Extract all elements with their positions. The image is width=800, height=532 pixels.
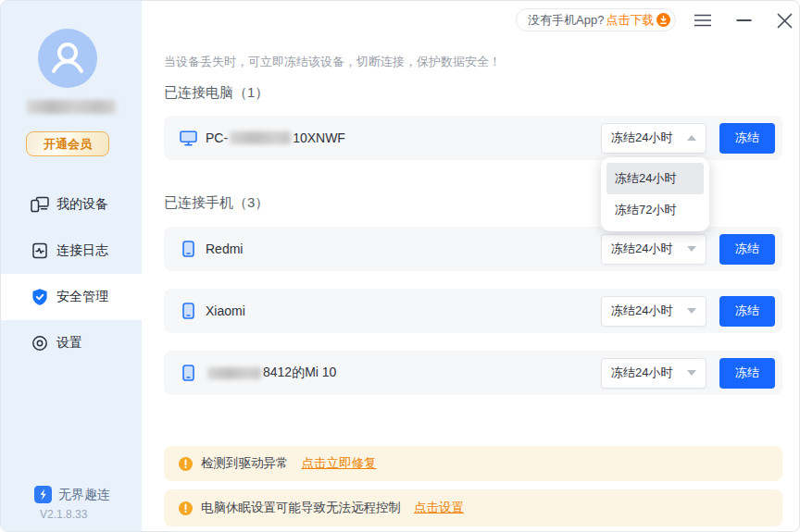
- phone-icon: [179, 365, 197, 381]
- freeze-duration-select[interactable]: 冻结24小时: [601, 123, 706, 154]
- device-name-redacted: [207, 367, 261, 379]
- download-prompt-text: 没有手机App?: [528, 12, 604, 29]
- device-name-redacted: [230, 131, 291, 144]
- device-name: 8412的Mi 10: [206, 365, 336, 381]
- user-icon: [38, 29, 97, 88]
- phone-icon: [179, 303, 197, 319]
- devices-icon: [31, 195, 49, 214]
- freeze-duration-dropdown: 冻结24小时 冻结72小时: [601, 157, 709, 231]
- window-menu-button[interactable]: [692, 10, 714, 31]
- close-icon: [777, 13, 793, 29]
- device-name-suffix: 8412的Mi 10: [263, 365, 336, 381]
- warning-driver: 检测到驱动异常 点击立即修复: [164, 446, 782, 481]
- freeze-duration-value: 冻结24小时: [611, 303, 672, 319]
- brand: 无界趣连: [34, 486, 110, 503]
- app-logo-icon: [34, 486, 52, 503]
- app-version: V2.1.8.33: [40, 508, 87, 521]
- brand-name: 无界趣连: [58, 487, 110, 503]
- chevron-down-icon: [687, 308, 696, 314]
- chevron-down-icon: [687, 370, 696, 376]
- device-row-xiaomi: Xiaomi 冻结24小时 冻结: [164, 289, 782, 333]
- avatar: [38, 29, 97, 88]
- device-name: Xiaomi: [206, 303, 245, 318]
- device-name-prefix: PC-: [206, 130, 228, 145]
- fix-driver-link[interactable]: 点击立即修复: [302, 455, 377, 472]
- freeze-duration-value: 冻结24小时: [611, 241, 672, 257]
- device-name: PC- 10XNWF: [206, 130, 345, 145]
- freeze-button[interactable]: 冻结: [719, 234, 775, 265]
- menu-icon: [694, 13, 712, 28]
- sidebar-item-label: 我的设备: [56, 196, 108, 213]
- sidebar-item-my-devices[interactable]: 我的设备: [1, 181, 142, 228]
- freeze-button[interactable]: 冻结: [719, 296, 775, 327]
- window-close-button[interactable]: [773, 9, 795, 31]
- sidebar-item-connection-log[interactable]: 连接日志: [1, 228, 142, 274]
- device-name: Redmi: [206, 241, 243, 256]
- minimize-icon: [736, 19, 752, 22]
- app-window: 开通会员 我的设备 连接: [0, 0, 800, 532]
- freeze-duration-value: 冻结24小时: [611, 365, 672, 381]
- chevron-down-icon: [687, 246, 696, 252]
- warning-text: 检测到驱动异常: [201, 455, 289, 472]
- device-name-suffix: 10XNWF: [293, 130, 345, 145]
- dropdown-option-72h[interactable]: 冻结72小时: [606, 194, 704, 226]
- freeze-duration-select[interactable]: 冻结24小时: [601, 234, 706, 265]
- sidebar-item-label: 设置: [56, 335, 82, 352]
- connected-computers-title: 已连接电脑（1）: [164, 84, 269, 102]
- chevron-up-icon: [687, 135, 696, 141]
- phone-icon: [179, 241, 197, 257]
- log-icon: [31, 241, 49, 260]
- security-description: 当设备丢失时，可立即冻结该设备，切断连接，保护数据安全！: [164, 54, 501, 70]
- sidebar-item-label: 安全管理: [56, 289, 108, 305]
- freeze-button[interactable]: 冻结: [719, 123, 775, 154]
- connected-phones-title: 已连接手机（3）: [164, 194, 269, 212]
- download-app-pill[interactable]: 没有手机App? 点击下载: [516, 8, 676, 31]
- warning-text: 电脑休眠设置可能导致无法远程控制: [201, 500, 401, 516]
- warning-icon: [179, 501, 193, 515]
- open-vip-button[interactable]: 开通会员: [26, 131, 109, 156]
- settings-icon: [31, 334, 49, 353]
- shield-check-icon: [31, 288, 49, 306]
- freeze-duration-select[interactable]: 冻结24小时: [601, 296, 706, 327]
- sidebar-item-label: 连接日志: [56, 242, 108, 259]
- freeze-duration-value: 冻结24小时: [611, 130, 672, 146]
- window-minimize-button[interactable]: [733, 10, 754, 31]
- monitor-icon: [179, 130, 197, 146]
- dropdown-option-24h[interactable]: 冻结24小时: [606, 163, 704, 194]
- freeze-duration-select[interactable]: 冻结24小时: [601, 358, 706, 389]
- sleep-settings-link[interactable]: 点击设置: [414, 500, 464, 516]
- download-link[interactable]: 点击下载: [606, 12, 654, 29]
- sidebar: 开通会员 我的设备 连接: [1, 1, 142, 531]
- device-row-pc: PC- 10XNWF 冻结24小时 冻结: [164, 116, 782, 160]
- warning-icon: [179, 457, 193, 471]
- sidebar-menu: 我的设备 连接日志 安全管理: [1, 181, 142, 366]
- freeze-button[interactable]: 冻结: [719, 358, 775, 389]
- device-row-redmi: Redmi 冻结24小时 冻结: [164, 227, 782, 271]
- download-icon: [656, 13, 670, 27]
- sidebar-item-settings[interactable]: 设置: [1, 320, 142, 366]
- device-row-mi10: 8412的Mi 10 冻结24小时 冻结: [164, 351, 782, 395]
- username-redacted: [27, 100, 116, 114]
- sidebar-item-security[interactable]: 安全管理: [1, 274, 142, 320]
- warning-sleep: 电脑休眠设置可能导致无法远程控制 点击设置: [164, 489, 782, 526]
